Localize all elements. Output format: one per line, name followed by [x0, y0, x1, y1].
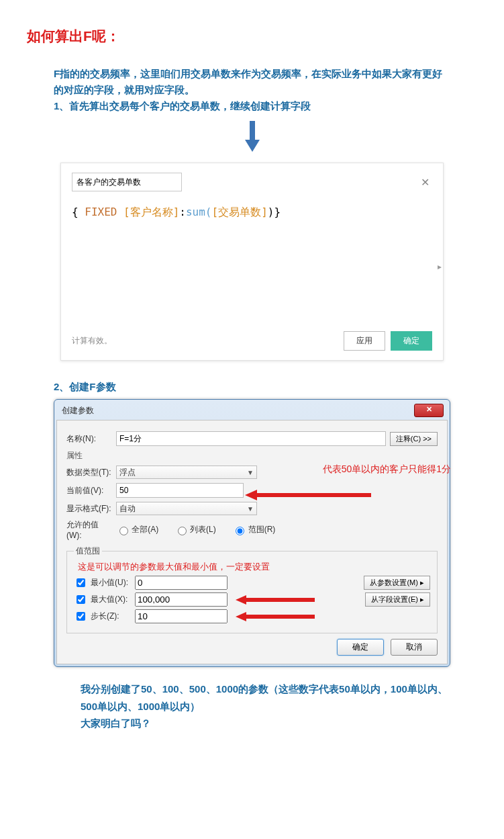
step-checkbox[interactable] [77, 612, 85, 621]
datatype-value: 浮点 [119, 467, 136, 478]
dialog-cancel-button[interactable]: 取消 [391, 639, 438, 656]
allow-range-radio[interactable]: 范围(R) [232, 524, 278, 535]
formula-dim-customer: [客户名称] [123, 206, 179, 218]
svg-marker-3 [236, 595, 315, 605]
formula-arg-ordercount: [交易单数] [212, 206, 268, 218]
max-checkbox[interactable] [77, 595, 85, 604]
intro-line-2: 1、首先算出交易每个客户的交易单数，继续创建计算字段 [54, 100, 311, 112]
expand-arrow-icon[interactable]: ▸ [438, 262, 442, 271]
max-label: 最大值(X): [91, 594, 131, 605]
allow-all-radio[interactable]: 全部(A) [116, 524, 162, 535]
svg-rect-0 [250, 121, 255, 140]
step-input[interactable] [135, 609, 228, 623]
max-input[interactable] [135, 592, 228, 607]
value-range-group: 值范围 这是可以调节的参数最大值和最小值，一定要设置 最小值(U): 从参数设置… [66, 545, 438, 633]
from-field-button[interactable]: 从字段设置(E) ▸ [365, 592, 430, 607]
chevron-down-icon: ▼ [247, 469, 254, 476]
min-input[interactable] [135, 576, 228, 590]
ok-button[interactable]: 确定 [391, 331, 432, 351]
formula-keyword-fixed: FIXED [85, 206, 123, 218]
intro-line-1: F指的的交易频率，这里咱们用交易单数来作为交易频率，在实际业务中如果大家有更好的… [54, 68, 442, 95]
formula-close: )} [268, 206, 281, 218]
comment-button[interactable]: 注释(C) >> [390, 432, 438, 446]
name-label: 名称(N): [66, 433, 112, 445]
create-parameter-dialog: 创建参数 ✕ 名称(N): 注释(C) >> 属性 数据类型(T): 浮点 ▼ … [54, 399, 450, 667]
closing-line-1: 我分别创建了50、100、500、1000的参数（这些数字代表50单以内，100… [81, 683, 448, 712]
dialog-title: 创建参数 [62, 405, 94, 416]
chevron-down-icon: ▼ [247, 505, 254, 513]
annotation-50-score: 代表50单以内的客户只能得1分 [323, 463, 451, 476]
arrow-down-icon [27, 121, 477, 156]
formula-colon: : [179, 206, 186, 218]
display-format-label: 显示格式(F): [66, 503, 112, 515]
apply-button[interactable]: 应用 [344, 331, 385, 351]
page-title: 如何算出F呢： [27, 27, 477, 46]
intro-text: F指的的交易频率，这里咱们用交易单数来作为交易频率，在实际业务中如果大家有更好的… [54, 66, 450, 114]
svg-marker-4 [236, 612, 315, 621]
value-range-legend: 值范围 [74, 545, 102, 557]
allow-list-radio[interactable]: 列表(L) [174, 524, 220, 535]
red-arrow-icon [236, 610, 316, 623]
calc-formula-area[interactable]: { FIXED [客户名称]:sum([交易单数])} [72, 204, 432, 304]
subheading-2: 2、创建F参数 [54, 381, 450, 394]
range-note-annotation: 这是可以调节的参数最大值和最小值，一定要设置 [78, 561, 430, 573]
display-format-value: 自动 [119, 503, 136, 515]
red-arrow-icon [236, 593, 316, 607]
calc-field-editor: ✕ { FIXED [客户名称]:sum([交易单数])} ▸ 计算有效。 应用… [60, 163, 444, 361]
svg-marker-1 [245, 140, 260, 152]
calc-valid-label: 计算有效。 [72, 335, 112, 347]
allowable-values-label: 允许的值(W): [66, 519, 112, 540]
dialog-ok-button[interactable]: 确定 [337, 639, 384, 656]
formula-brace-open: { [72, 206, 85, 218]
dialog-close-button[interactable]: ✕ [414, 404, 444, 417]
closing-text: 我分别创建了50、100、500、1000的参数（这些数字代表50单以内，100… [81, 680, 450, 732]
min-checkbox[interactable] [77, 578, 85, 587]
current-value-label: 当前值(V): [66, 485, 112, 496]
from-parameter-button[interactable]: 从参数设置(M) ▸ [364, 576, 430, 590]
min-label: 最小值(U): [91, 577, 131, 588]
step-label: 步长(Z): [91, 611, 131, 622]
calc-field-name-input[interactable] [72, 173, 182, 191]
attributes-group-label: 属性 [66, 450, 438, 461]
closing-line-2: 大家明白了吗？ [81, 717, 151, 729]
name-input[interactable] [116, 431, 386, 446]
datatype-select[interactable]: 浮点 ▼ [116, 466, 257, 479]
close-icon[interactable]: ✕ [418, 175, 432, 190]
formula-func-sum: sum( [186, 206, 212, 218]
display-format-select[interactable]: 自动 ▼ [116, 502, 257, 515]
current-value-input[interactable] [116, 483, 244, 498]
datatype-label: 数据类型(T): [66, 467, 112, 478]
